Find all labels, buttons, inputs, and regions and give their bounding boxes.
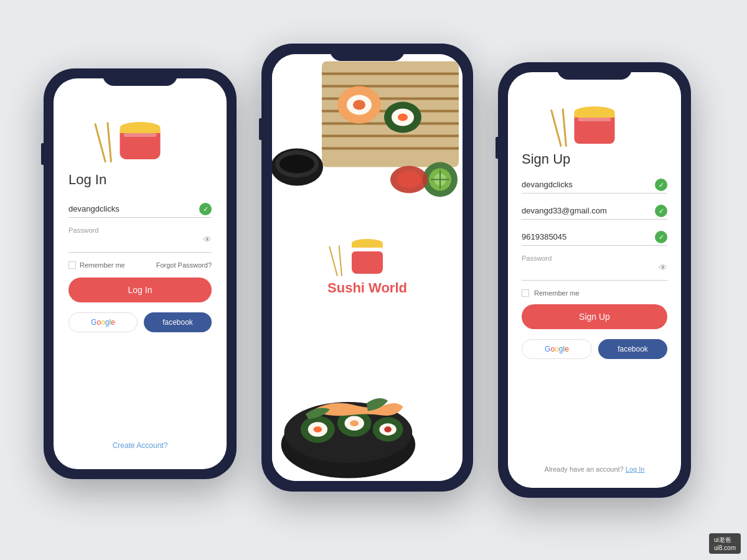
signup-email-check: ✓ [655, 205, 667, 217]
svg-point-10 [353, 100, 365, 110]
signup-email-input[interactable] [522, 202, 667, 220]
notch-splash [330, 44, 405, 61]
watermark-site: ui8.com [714, 544, 736, 551]
password-input[interactable] [68, 235, 212, 253]
signup-username-check: ✓ [655, 179, 667, 191]
splash-food-bottom [272, 310, 425, 481]
username-input[interactable] [68, 200, 212, 218]
signup-phone-field[interactable]: ✓ [522, 228, 667, 246]
phone-signup: Sign Up ✓ ✓ ✓ [498, 62, 691, 498]
create-account-link[interactable]: Create Account? [113, 441, 168, 450]
svg-point-34 [384, 426, 392, 432]
phone-splash: Sushi World [261, 44, 473, 492]
svg-point-16 [280, 155, 314, 174]
signup-remember-checkbox[interactable] [522, 289, 529, 297]
svg-point-31 [350, 420, 359, 426]
splash-title-world: World [365, 280, 407, 296]
login-title: Log In [68, 172, 212, 188]
password-field[interactable]: Password 👁 [68, 226, 212, 253]
social-buttons: Google facebook [68, 312, 212, 332]
signup-remember-label: Remember me [534, 289, 580, 297]
signup-google-icon: Google [545, 345, 569, 353]
splash-food-top [272, 54, 463, 268]
signup-email-field[interactable]: ✓ [522, 202, 667, 220]
signup-facebook-button[interactable]: facebook [598, 339, 667, 359]
remember-checkbox[interactable] [68, 261, 76, 269]
signup-button[interactable]: Sign Up [522, 304, 667, 329]
eye-icon[interactable]: 👁 [203, 235, 212, 245]
signup-password-input[interactable] [522, 263, 667, 281]
watermark: ui老爸 ui8.com [709, 533, 741, 554]
watermark-brand: ui老爸 [714, 536, 731, 543]
username-check-icon: ✓ [199, 203, 212, 215]
phone-login: Log In ✓ Password 👁 Remember me [44, 68, 237, 479]
create-account-section: Create Account? [68, 439, 212, 457]
signup-password-field[interactable]: Password 👁 [522, 254, 667, 281]
notch-signup [557, 62, 632, 80]
remember-row: Remember me Forgot Password? [68, 261, 212, 269]
signup-username-field[interactable]: ✓ [522, 176, 667, 194]
signup-password-label: Password [522, 254, 667, 262]
password-label: Password [68, 226, 212, 234]
already-account-section: Already have an account? Log In [522, 465, 667, 478]
forgot-password-link[interactable]: Forgot Password? [156, 261, 212, 269]
remember-label: Remember me [80, 261, 125, 269]
signup-logo [522, 100, 667, 144]
signup-username-input[interactable] [522, 176, 667, 194]
splash-title-sushi: Sushi [327, 280, 365, 296]
username-field[interactable]: ✓ [68, 200, 212, 218]
bowl-art-svg [272, 310, 425, 481]
signup-eye-icon[interactable]: 👁 [659, 263, 667, 273]
svg-point-13 [398, 114, 408, 121]
splash-logo [345, 239, 389, 274]
sushi-art-svg [272, 54, 463, 268]
facebook-button[interactable]: facebook [144, 312, 212, 332]
login-link[interactable]: Log In [626, 465, 645, 473]
already-account-text: Already have an account? [545, 465, 624, 473]
svg-point-23 [397, 171, 421, 189]
login-logo [68, 122, 212, 159]
notch-login [103, 68, 177, 86]
login-button[interactable]: Log In [68, 278, 212, 302]
signup-phone-input[interactable] [522, 228, 667, 246]
google-button[interactable]: Google [68, 312, 138, 332]
signup-title: Sign Up [522, 151, 667, 167]
signup-google-button[interactable]: Google [522, 339, 592, 359]
svg-point-28 [314, 426, 322, 432]
splash-title: Sushi World [327, 280, 407, 296]
splash-center: Sushi World [327, 239, 407, 296]
signup-social-buttons: Google facebook [522, 339, 667, 359]
google-icon: Google [91, 318, 115, 327]
signup-phone-check: ✓ [655, 231, 667, 243]
signup-remember-row: Remember me [522, 289, 667, 297]
